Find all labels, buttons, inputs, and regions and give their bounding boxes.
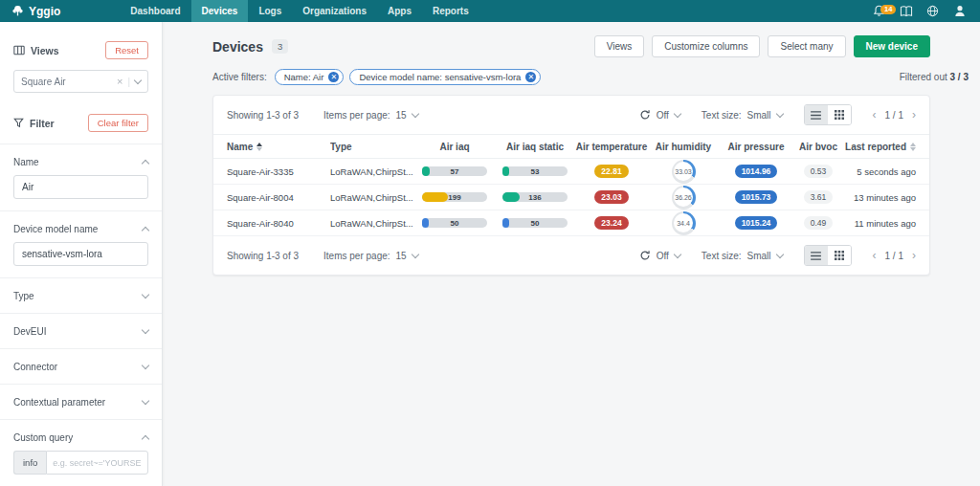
next-page-icon[interactable]: › — [912, 108, 916, 122]
refresh-state: Off — [657, 110, 669, 121]
expand-chevron-icon — [142, 362, 149, 369]
nav-item-logs[interactable]: Logs — [248, 0, 292, 22]
nav-item-reports[interactable]: Reports — [422, 0, 479, 22]
page-header: Devices 3 Views Customize columns Select… — [212, 35, 930, 57]
refresh-state: Off — [657, 251, 669, 261]
chevron-down-icon — [775, 109, 783, 117]
prev-page-icon[interactable]: ‹ — [873, 249, 877, 262]
filter-chips: Name: Air ✕ Device model name: sensative… — [275, 69, 542, 85]
auto-refresh-select[interactable]: Off — [639, 250, 680, 261]
main-content: Devices 3 Views Customize columns Select… — [163, 0, 980, 276]
nav-item-organizations[interactable]: Organizations — [292, 0, 377, 22]
iaq-bar: 199 — [422, 192, 487, 202]
list-view-button[interactable] — [805, 105, 828, 124]
filter-section-type[interactable]: Type — [13, 291, 148, 301]
clear-filter-button[interactable]: Clear filter — [88, 114, 148, 132]
filter-chip-name[interactable]: Name: Air ✕ — [275, 69, 345, 85]
divider — [0, 419, 162, 420]
views-select[interactable]: Square Air × | — [13, 70, 148, 93]
column-header-name[interactable]: Name — [227, 142, 330, 152]
user-account-icon[interactable] — [952, 4, 967, 18]
text-size-select[interactable]: Text size: Small — [702, 251, 783, 261]
column-header-air-bvoc[interactable]: Air bvoc — [793, 142, 843, 152]
device-name[interactable]: Square-Air-8004 — [227, 192, 330, 203]
filter-section-connector[interactable]: Connector — [13, 362, 148, 372]
filter-chip-device-model[interactable]: Device model name: sensative-vsm-lora ✕ — [349, 69, 541, 85]
sort-icon — [910, 143, 916, 151]
filter-section-contextual-parameter[interactable]: Contextual parameter — [13, 397, 148, 408]
docs-book-icon[interactable] — [899, 4, 913, 18]
column-header-type[interactable]: Type — [330, 142, 414, 152]
filter-funnel-icon — [13, 118, 24, 128]
select-divider: | — [127, 77, 130, 87]
pagination: ‹ 1 / 1 › — [873, 108, 916, 122]
page-title: Devices — [212, 39, 263, 55]
divider — [0, 348, 162, 349]
custom-query-input[interactable] — [46, 451, 148, 475]
auto-refresh-select[interactable]: Off — [639, 109, 680, 121]
views-select-chevron-icon[interactable] — [134, 76, 142, 83]
device-name[interactable]: Square-Air-8040 — [227, 218, 330, 229]
iaq-bar: 57 — [422, 166, 487, 176]
active-filters-row: Active filters: Name: Air ✕ Device model… — [212, 69, 969, 85]
column-header-air-temperature[interactable]: Air temperature — [575, 142, 648, 152]
device-name[interactable]: Square-Air-3335 — [227, 166, 330, 177]
grid-view-button[interactable] — [828, 246, 851, 265]
collapse-chevron-icon — [142, 160, 149, 167]
items-per-page-value: 15 — [396, 251, 407, 261]
prev-page-icon[interactable]: ‹ — [873, 108, 877, 122]
text-size-value: Small — [747, 251, 771, 261]
table-row[interactable]: Square-Air-3335 LoRaWAN,ChirpSt... 57 53… — [213, 159, 929, 185]
filter-section-name[interactable]: Name — [13, 157, 148, 167]
text-size-select[interactable]: Text size: Small — [702, 110, 783, 121]
new-device-button[interactable]: New device — [854, 35, 930, 57]
column-header-air-iaq-static[interactable]: Air iaq static — [495, 142, 575, 152]
views-button[interactable]: Views — [594, 35, 645, 57]
grid-view-button[interactable] — [828, 105, 851, 124]
customize-columns-button[interactable]: Customize columns — [652, 35, 760, 57]
chevron-down-icon — [674, 109, 681, 117]
device-type: LoRaWAN,ChirpSt... — [330, 218, 414, 229]
column-header-air-humidity[interactable]: Air humidity — [648, 142, 719, 152]
filtered-out-value: 3 / 3 — [950, 72, 969, 82]
column-header-air-iaq[interactable]: Air iaq — [414, 142, 495, 152]
expand-chevron-icon — [142, 291, 149, 298]
list-view-button[interactable] — [805, 246, 828, 265]
expand-chevron-icon — [142, 326, 149, 334]
showing-label: Showing 1-3 of 3 — [227, 251, 299, 261]
select-many-button[interactable]: Select many — [768, 35, 845, 57]
last-reported: 11 minutes ago — [843, 218, 916, 229]
collapse-chevron-icon — [142, 435, 149, 443]
pressure-badge: 1014.96 — [735, 165, 778, 178]
name-filter-input[interactable] — [13, 175, 148, 199]
notifications-bell-icon[interactable]: 14 — [872, 4, 886, 18]
active-filters-label: Active filters: — [212, 72, 267, 82]
table-toolbar-top: Showing 1-3 of 3 Items per page: 15 Off … — [213, 96, 929, 134]
expand-chevron-icon — [142, 397, 149, 405]
divider — [0, 277, 162, 278]
filter-section-custom-query[interactable]: Custom query — [13, 432, 148, 443]
device-model-filter-input[interactable] — [13, 242, 148, 266]
column-header-last-reported[interactable]: Last reported — [843, 142, 916, 152]
nav-item-dashboard[interactable]: Dashboard — [120, 0, 190, 22]
remove-filter-icon[interactable]: ✕ — [525, 72, 536, 82]
filter-section-device-model[interactable]: Device model name — [13, 224, 148, 234]
table-row[interactable]: Square-Air-8004 LoRaWAN,ChirpSt... 199 1… — [213, 185, 929, 210]
clear-view-icon[interactable]: × — [117, 77, 122, 87]
nav-item-devices[interactable]: Devices — [191, 0, 249, 22]
column-header-air-pressure[interactable]: Air pressure — [719, 142, 793, 152]
filter-title: Filter — [13, 118, 55, 129]
brand[interactable]: Yggio — [0, 5, 74, 18]
custom-query-row: info — [13, 451, 148, 475]
table-row[interactable]: Square-Air-8040 LoRaWAN,ChirpSt... 50 50… — [213, 210, 929, 236]
iaq-static-bar: 50 — [502, 218, 568, 228]
nav-item-apps[interactable]: Apps — [377, 0, 422, 22]
custom-query-info-button[interactable]: info — [13, 451, 46, 475]
remove-filter-icon[interactable]: ✕ — [328, 72, 339, 82]
items-per-page-select[interactable]: Items per page: 15 — [323, 251, 418, 261]
reset-views-button[interactable]: Reset — [105, 41, 148, 59]
language-globe-icon[interactable] — [925, 4, 940, 18]
filter-section-deveui[interactable]: DevEUI — [13, 326, 148, 337]
items-per-page-select[interactable]: Items per page: 15 — [323, 110, 418, 121]
next-page-icon[interactable]: › — [912, 249, 916, 262]
